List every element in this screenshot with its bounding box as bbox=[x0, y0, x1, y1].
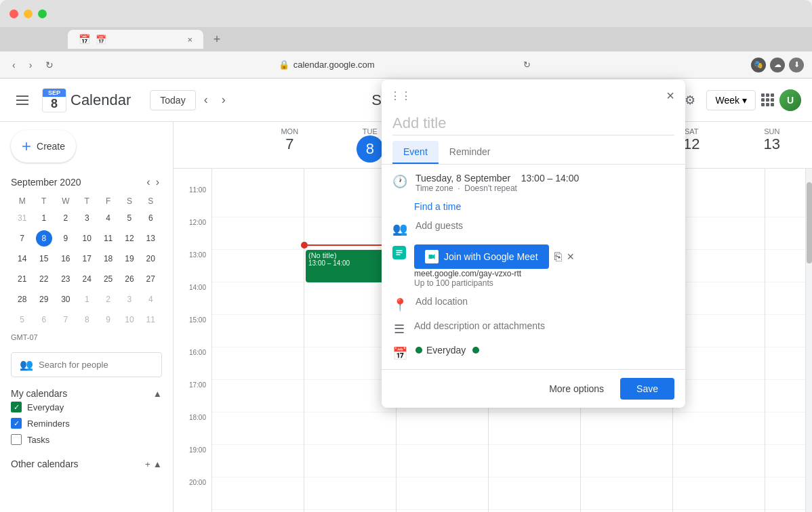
mini-cal-day[interactable]: 20 bbox=[141, 249, 161, 268]
mini-cal-day[interactable]: 26 bbox=[119, 270, 139, 289]
mini-cal-prev-button[interactable]: ‹ bbox=[144, 173, 153, 191]
mini-cal-day[interactable]: 6 bbox=[141, 209, 161, 228]
mini-cal-day[interactable]: 22 bbox=[33, 270, 54, 289]
apps-grid-icon[interactable] bbox=[761, 93, 774, 106]
day-col-sun[interactable] bbox=[765, 169, 805, 512]
menu-button[interactable] bbox=[11, 90, 34, 110]
mini-cal-day[interactable]: 8 bbox=[77, 310, 97, 329]
forward-button[interactable]: › bbox=[25, 57, 37, 73]
popup-close-button[interactable]: × bbox=[664, 85, 677, 106]
guests-icon: 👥 bbox=[392, 221, 407, 236]
mini-cal-day[interactable]: 31 bbox=[12, 209, 32, 228]
search-people-field[interactable]: 👥 bbox=[11, 352, 162, 377]
tab-event[interactable]: Event bbox=[392, 141, 439, 164]
day-col-sat[interactable] bbox=[672, 169, 765, 512]
mini-cal-day[interactable]: 10 bbox=[77, 229, 97, 248]
calendar-reminders[interactable]: ✓ Reminders bbox=[11, 415, 162, 431]
time-1700: 17:00 bbox=[174, 380, 211, 412]
copy-meet-link-button[interactable]: ⎘ bbox=[554, 250, 562, 264]
day-col-mon[interactable] bbox=[211, 169, 304, 512]
mini-cal-day[interactable]: 4 bbox=[98, 209, 118, 228]
refresh-icon[interactable]: ↻ bbox=[523, 60, 531, 70]
mini-cal-day[interactable]: 7 bbox=[56, 310, 75, 329]
search-people-input[interactable] bbox=[39, 360, 153, 370]
mini-cal-day[interactable]: 9 bbox=[56, 229, 75, 248]
new-tab-button[interactable]: + bbox=[209, 31, 225, 47]
day-header-mon[interactable]: MON 7 bbox=[249, 122, 330, 168]
mini-cal-day[interactable]: 15 bbox=[33, 249, 54, 268]
mini-cal-day[interactable]: 10 bbox=[119, 310, 139, 329]
calendar-everyday[interactable]: ✓ Everyday bbox=[11, 399, 162, 415]
add-description-button[interactable]: Add description or attachments bbox=[414, 320, 545, 331]
reminders-checkbox[interactable]: ✓ bbox=[11, 418, 22, 429]
mini-cal-day[interactable]: 3 bbox=[77, 209, 97, 228]
minimize-window-button[interactable] bbox=[24, 9, 33, 18]
mini-cal-day[interactable]: 24 bbox=[77, 270, 97, 289]
fullscreen-window-button[interactable] bbox=[38, 9, 47, 18]
mini-cal-day[interactable]: 5 bbox=[12, 310, 32, 329]
mini-cal-day[interactable]: 1 bbox=[33, 209, 54, 228]
day-header-sun[interactable]: SUN 13 bbox=[731, 122, 812, 168]
add-guests-button[interactable]: Add guests bbox=[415, 220, 463, 231]
view-selector[interactable]: Week ▾ bbox=[706, 90, 756, 110]
today-button[interactable]: Today bbox=[150, 90, 195, 110]
mini-cal-day[interactable]: 12 bbox=[119, 229, 139, 248]
mini-cal-day[interactable]: 19 bbox=[119, 249, 139, 268]
address-bar[interactable]: 🔒 calendar.google.com ↻ bbox=[269, 57, 540, 72]
scroll-thumb[interactable] bbox=[807, 182, 812, 263]
prev-period-button[interactable]: ‹ bbox=[199, 87, 214, 112]
mini-cal-day[interactable]: 29 bbox=[33, 290, 54, 309]
mini-cal-day[interactable]: 11 bbox=[98, 229, 118, 248]
mini-cal-day[interactable]: 2 bbox=[56, 209, 75, 228]
mini-cal-day[interactable]: 30 bbox=[56, 290, 75, 309]
mini-cal-day[interactable]: 1 bbox=[77, 290, 97, 309]
mini-cal-day[interactable]: 21 bbox=[12, 270, 32, 289]
event-type-tabs: Event Reminder bbox=[382, 141, 685, 165]
timezone-repeat-text[interactable]: Time zone · Doesn't repeat bbox=[415, 184, 674, 193]
reload-button[interactable]: ↻ bbox=[41, 57, 58, 73]
mini-cal-day[interactable]: 2 bbox=[98, 290, 118, 309]
everyday-checkbox[interactable]: ✓ bbox=[11, 402, 22, 412]
close-window-button[interactable] bbox=[9, 9, 18, 18]
mini-cal-day[interactable]: 23 bbox=[56, 270, 75, 289]
user-avatar[interactable]: U bbox=[779, 89, 801, 111]
mini-cal-day[interactable]: 18 bbox=[98, 249, 118, 268]
my-calendars-toggle[interactable]: ▲ bbox=[153, 389, 162, 399]
mini-cal-day[interactable]: 4 bbox=[141, 290, 161, 309]
mini-cal-day[interactable]: 17 bbox=[77, 249, 97, 268]
create-event-button[interactable]: + Create bbox=[11, 130, 76, 163]
mini-cal-day[interactable]: 25 bbox=[98, 270, 118, 289]
tab-close-icon[interactable]: × bbox=[187, 35, 192, 45]
mini-cal-day[interactable]: 13 bbox=[141, 229, 161, 248]
calendar-tasks[interactable]: Tasks bbox=[11, 431, 162, 448]
next-period-button[interactable]: › bbox=[216, 87, 231, 112]
add-other-calendar-button[interactable]: + bbox=[145, 459, 150, 469]
more-options-button[interactable]: More options bbox=[538, 378, 615, 400]
other-calendars-toggle[interactable]: ▲ bbox=[153, 459, 162, 469]
mini-cal-day[interactable]: 6 bbox=[33, 310, 54, 329]
mini-cal-day[interactable]: 5 bbox=[119, 209, 139, 228]
mini-cal-day[interactable]: 8 bbox=[33, 229, 54, 248]
add-location-button[interactable]: Add location bbox=[415, 296, 468, 307]
mini-cal-day[interactable]: 28 bbox=[12, 290, 32, 309]
mini-cal-day[interactable]: 7 bbox=[12, 229, 32, 248]
mini-cal-day[interactable]: 3 bbox=[119, 290, 139, 309]
mini-cal-day[interactable]: 11 bbox=[141, 310, 161, 329]
tasks-checkbox[interactable] bbox=[11, 434, 22, 445]
remove-meet-button[interactable]: × bbox=[567, 250, 575, 264]
mini-cal-day[interactable]: 27 bbox=[141, 270, 161, 289]
tab-reminder[interactable]: Reminder bbox=[439, 141, 502, 164]
sidebar: + Create September 2020 ‹ › M T bbox=[0, 122, 174, 512]
event-title-input[interactable] bbox=[392, 112, 674, 135]
mini-cal-next-button[interactable]: › bbox=[153, 173, 162, 191]
mini-cal-day[interactable]: 16 bbox=[56, 249, 75, 268]
save-event-button[interactable]: Save bbox=[620, 378, 674, 400]
mini-cal-day[interactable]: 14 bbox=[12, 249, 32, 268]
mini-cal-title: September 2020 bbox=[11, 177, 81, 188]
datetime-display[interactable]: Tuesday, 8 September 13:00 – 14:00 bbox=[415, 173, 674, 184]
scroll-track[interactable] bbox=[805, 169, 812, 512]
join-google-meet-button[interactable]: Join with Google Meet bbox=[414, 244, 549, 269]
back-button[interactable]: ‹ bbox=[8, 57, 20, 73]
find-time-link[interactable]: Find a time bbox=[414, 201, 461, 212]
mini-cal-day[interactable]: 9 bbox=[98, 310, 118, 329]
